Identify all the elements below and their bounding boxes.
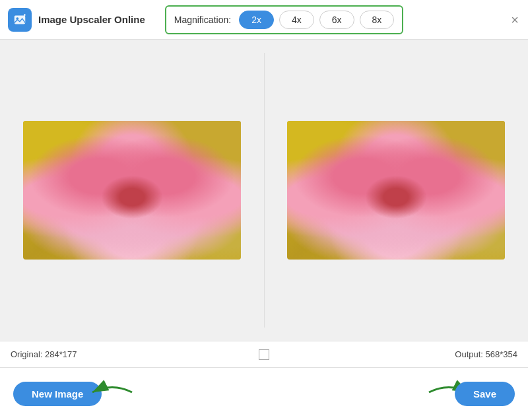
app-icon <box>8 8 32 32</box>
mag-8x-button[interactable]: 8x <box>360 11 395 29</box>
app-title: Image Upscaler Online <box>38 14 145 25</box>
bottom-bar: New Image Save <box>0 367 528 420</box>
magnification-bar: Magnification: 2x 4x 6x 8x <box>165 5 404 34</box>
mag-2x-button[interactable]: 2x <box>239 11 274 29</box>
magnification-label: Magnification: <box>174 15 231 25</box>
close-button[interactable]: × <box>511 13 519 26</box>
output-image-panel <box>265 40 529 341</box>
original-image-panel <box>0 40 264 341</box>
mag-4x-button[interactable]: 4x <box>279 11 314 29</box>
original-dimensions: Original: 284*177 <box>11 349 259 359</box>
app-header: Image Upscaler Online Magnification: 2x … <box>0 0 528 40</box>
original-image <box>23 121 241 260</box>
status-bar: Original: 284*177 Output: 568*354 <box>0 341 528 367</box>
output-image <box>287 121 505 260</box>
save-button-wrap: Save <box>455 382 515 406</box>
original-flower-image <box>23 121 241 260</box>
output-dimensions: Output: 568*354 <box>269 349 517 359</box>
main-content <box>0 40 528 341</box>
arrow-left-icon <box>86 379 139 405</box>
status-center-icon <box>259 349 269 360</box>
status-checkbox <box>259 349 269 360</box>
output-flower-image <box>287 121 505 260</box>
save-button[interactable]: Save <box>455 382 515 406</box>
mag-6x-button[interactable]: 6x <box>319 11 354 29</box>
